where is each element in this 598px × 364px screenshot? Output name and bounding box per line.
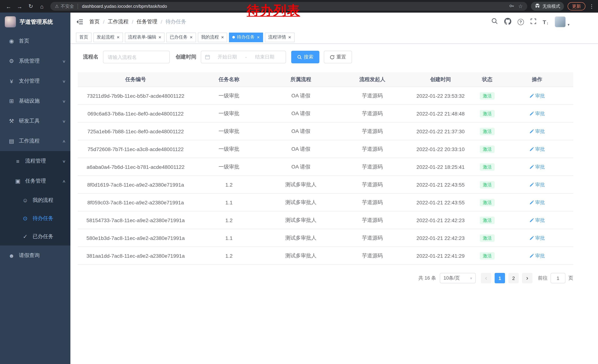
approve-link[interactable]: 审批 bbox=[529, 110, 545, 117]
sidebar-item-label: 流程管理 bbox=[25, 158, 46, 164]
fullscreen-icon[interactable] bbox=[530, 18, 537, 26]
hamburger-icon[interactable] bbox=[76, 18, 83, 25]
logo-avatar bbox=[5, 16, 16, 27]
approve-link[interactable]: 审批 bbox=[529, 235, 545, 241]
sidebar-item-process-manage[interactable]: ≡ 流程管理 ∨ bbox=[0, 151, 70, 171]
cell-status: 激活 bbox=[473, 128, 501, 135]
cell-process: OA 请假 bbox=[265, 128, 337, 135]
tab-home[interactable]: 首页 bbox=[76, 32, 91, 42]
incognito-badge: 无痕模式 bbox=[531, 2, 564, 11]
cell-status: 激活 bbox=[473, 163, 501, 170]
page-button-1[interactable]: 1 bbox=[495, 273, 505, 283]
sidebar-item-done-task[interactable]: ✓ 已办任务 bbox=[0, 227, 70, 245]
incognito-label: 无痕模式 bbox=[542, 3, 560, 9]
sidebar-item-workflow[interactable]: ▤ 工作流程 ∧ bbox=[0, 131, 70, 151]
question-icon[interactable]: ? bbox=[518, 19, 524, 25]
font-size-icon[interactable]: T↕ bbox=[543, 19, 548, 25]
sidebar-item-leave-query[interactable]: ☻ 请假查询 bbox=[0, 245, 70, 266]
edit-icon bbox=[529, 200, 534, 205]
approve-label: 审批 bbox=[535, 199, 545, 206]
tab-done-task[interactable]: 已办任务 × bbox=[166, 32, 196, 42]
sidebar-item-label: 已办任务 bbox=[33, 233, 53, 240]
tab-process-detail[interactable]: 流程详情 × bbox=[265, 32, 294, 42]
tab-todo-task[interactable]: 待办任务 × bbox=[229, 32, 263, 42]
more-icon[interactable]: ⋮ bbox=[589, 3, 594, 9]
cell-task-name: 一级审批 bbox=[193, 163, 265, 170]
todo-eye-icon: ⊙ bbox=[21, 215, 29, 222]
user-menu[interactable]: ▾ bbox=[555, 16, 569, 27]
approve-link[interactable]: 审批 bbox=[529, 181, 545, 188]
sidebar-item-task-manage[interactable]: ▣ 任务管理 ∧ bbox=[0, 171, 70, 191]
approve-link[interactable]: 审批 bbox=[529, 252, 545, 259]
sidebar-item-home[interactable]: ◉ 首页 bbox=[0, 31, 70, 51]
breadcrumb-item[interactable]: 任务管理 bbox=[137, 18, 158, 25]
back-icon[interactable]: ← bbox=[4, 1, 13, 11]
sidebar-item-system[interactable]: ⚙ 系统管理 ∨ bbox=[0, 51, 70, 71]
close-icon[interactable]: × bbox=[117, 35, 119, 40]
tab-my-process[interactable]: 我的流程 × bbox=[198, 32, 227, 42]
approve-label: 审批 bbox=[535, 92, 545, 99]
table-row: 73211d9d-7b9b-11ec-b5b7-acde48001122 一级审… bbox=[78, 87, 573, 105]
update-button[interactable]: 更新 bbox=[568, 2, 585, 10]
goto-label: 前往 bbox=[538, 275, 548, 281]
home-icon[interactable]: ⌂ bbox=[37, 1, 47, 11]
page-size-select[interactable]: 10条/页 ▾ bbox=[440, 273, 476, 283]
create-time-label: 创建时间 bbox=[176, 54, 196, 60]
tab-start-process[interactable]: 发起流程 × bbox=[93, 32, 123, 42]
github-icon[interactable] bbox=[504, 18, 511, 26]
next-page-button[interactable]: › bbox=[522, 273, 532, 283]
date-range-picker[interactable]: 开始日期 - 结束日期 bbox=[201, 51, 286, 63]
tab-process-form-edit[interactable]: 流程表单-编辑 × bbox=[125, 32, 165, 42]
reload-icon[interactable]: ↻ bbox=[26, 1, 36, 11]
sidebar-item-label: 首页 bbox=[19, 38, 29, 44]
approve-link[interactable]: 审批 bbox=[529, 199, 545, 206]
approve-link[interactable]: 审批 bbox=[529, 146, 545, 152]
edit-icon bbox=[529, 236, 534, 240]
close-icon[interactable]: × bbox=[221, 35, 224, 40]
task-submenu: ☺ 我的流程 ⊙ 待办任务 ✓ 已办任务 bbox=[0, 191, 70, 245]
sidebar-item-infrastructure[interactable]: ⊞ 基础设施 ∨ bbox=[0, 91, 70, 111]
search-icon[interactable] bbox=[491, 18, 498, 26]
sidebar-menu: ◉ 首页 ⚙ 系统管理 ∨ ¥ 支付管理 ∨ ⊞ 基础设施 ∨ bbox=[0, 31, 70, 266]
page-button-2[interactable]: 2 bbox=[508, 273, 519, 283]
process-name-input[interactable] bbox=[103, 51, 170, 63]
star-icon[interactable]: ☆ bbox=[518, 3, 523, 9]
approve-label: 审批 bbox=[535, 235, 545, 241]
sidebar-item-todo-task[interactable]: ⊙ 待办任务 bbox=[0, 209, 70, 227]
pagination-total: 共 16 条 bbox=[418, 275, 436, 281]
chevron-up-icon: ∧ bbox=[62, 139, 66, 143]
close-icon[interactable]: × bbox=[288, 35, 291, 40]
approve-link[interactable]: 审批 bbox=[529, 217, 545, 224]
column-header: 任务编号 bbox=[78, 76, 193, 83]
cell-task-id: 580e1b3d-7ac8-11ec-a9e2-a2380e71991a bbox=[78, 235, 193, 241]
sidebar-item-my-process[interactable]: ☺ 我的流程 bbox=[0, 191, 70, 209]
forward-icon[interactable]: → bbox=[15, 1, 25, 11]
sidebar-item-payment[interactable]: ¥ 支付管理 ∨ bbox=[0, 71, 70, 91]
site-security[interactable]: ⚠ 不安全 bbox=[55, 3, 74, 9]
prev-page-button[interactable]: ‹ bbox=[481, 273, 491, 283]
tab-label: 我的流程 bbox=[201, 34, 219, 40]
breadcrumb-item[interactable]: 工作流程 bbox=[108, 18, 129, 25]
cell-task-id: 381aa1dd-7ac8-11ec-a9e2-a2380e71991a bbox=[78, 253, 193, 259]
approve-link[interactable]: 审批 bbox=[529, 163, 545, 170]
close-icon[interactable]: × bbox=[257, 35, 260, 40]
close-icon[interactable]: × bbox=[158, 35, 161, 40]
close-icon[interactable]: × bbox=[190, 35, 192, 40]
breadcrumb-item[interactable]: 首页 bbox=[89, 18, 100, 25]
status-badge: 激活 bbox=[480, 163, 495, 170]
reset-button[interactable]: 重置 bbox=[324, 51, 352, 63]
sidebar-item-devtools[interactable]: ⚒ 研发工具 ∨ bbox=[0, 111, 70, 131]
goto-page-input[interactable] bbox=[551, 273, 565, 283]
key-icon[interactable] bbox=[509, 3, 515, 9]
task-manage-icon: ▣ bbox=[14, 178, 22, 184]
cell-task-id: 8f059c03-7ac8-11ec-a9e2-a2380e71991a bbox=[78, 199, 193, 205]
search-button[interactable]: 搜索 bbox=[291, 51, 319, 63]
approve-link[interactable]: 审批 bbox=[529, 128, 545, 135]
column-header: 所属流程 bbox=[265, 76, 337, 83]
infrastructure-icon: ⊞ bbox=[8, 98, 16, 105]
status-badge: 激活 bbox=[480, 128, 495, 135]
chevron-down-icon: ∨ bbox=[62, 159, 66, 163]
app-logo[interactable]: 芋道管理系统 bbox=[0, 13, 70, 31]
cell-task-id: 069c6a63-7b8a-11ec-8ef0-acde48001122 bbox=[78, 111, 193, 116]
approve-link[interactable]: 审批 bbox=[529, 92, 545, 99]
